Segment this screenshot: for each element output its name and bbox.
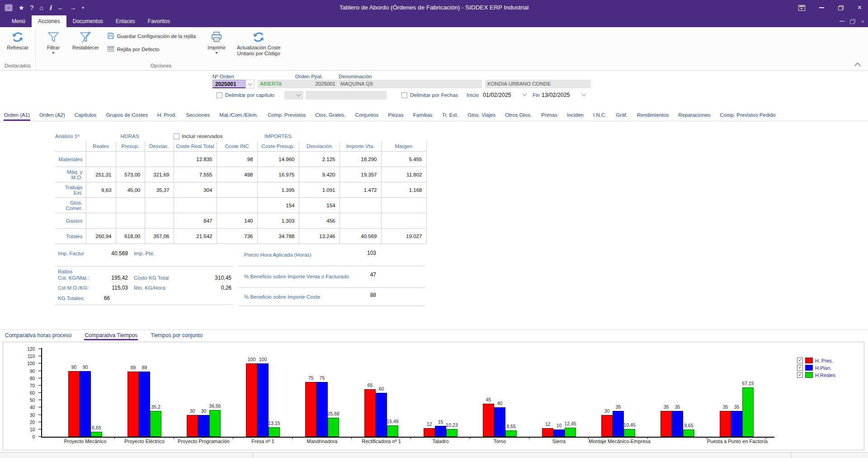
tabstrip-tab[interactable]: Comp. Previstos: [267, 110, 306, 121]
column-header: Coste INC: [217, 141, 257, 152]
tab-tiempos-por-conjunto[interactable]: Tiempos por conjunto: [150, 330, 203, 340]
incluir-reservados-checkbox[interactable]: [174, 134, 179, 139]
tabstrip-tab[interactable]: I.N.C.: [593, 110, 607, 121]
menu-tab-documentos[interactable]: Documentos: [66, 15, 109, 27]
bar-value-label: 100: [259, 357, 267, 362]
tabstrip-tab[interactable]: Familias: [413, 110, 433, 121]
category-label: Montaje Mecánico-Empresa: [589, 439, 648, 445]
tabstrip-tab[interactable]: Rendimientos: [637, 110, 669, 121]
menu-tab-menu[interactable]: Menú: [5, 15, 32, 27]
grid-icon: [107, 45, 114, 53]
tabstrip-tab[interactable]: Orden (A2): [39, 110, 66, 121]
bar-h-reales: [150, 411, 161, 437]
tabstrip-tab[interactable]: Grupos de Costes: [105, 110, 148, 121]
filtrar-button[interactable]: Filtrar: [38, 29, 69, 55]
horas-group-header: HORAS: [86, 131, 174, 141]
column-header: Coste Real Total: [174, 141, 217, 152]
order-form: Nº Orden 2025001 ABIERTA Orden Ppal. 202…: [0, 71, 868, 110]
chevron-down-icon: [52, 52, 55, 54]
bar-h-reales: [387, 425, 398, 437]
filtrar-label: Filtrar: [47, 45, 60, 51]
chevron-down-icon: [215, 52, 218, 54]
bar-h-plan: [316, 382, 328, 437]
imprimir-button[interactable]: Imprimir: [201, 29, 232, 55]
y-tick-label: 0: [23, 434, 35, 439]
tabstrip-tab[interactable]: Mat./Com./Elem.: [219, 110, 259, 121]
minimize-icon[interactable]: [819, 7, 824, 8]
tabstrip-tab[interactable]: Gtos. Viajes: [467, 110, 496, 121]
kg-totales-value: 66: [83, 295, 110, 301]
no-orden-input[interactable]: 2025001: [212, 80, 245, 88]
category-label: Sierra: [529, 439, 589, 445]
capitulo-field: [306, 91, 387, 100]
tabstrip-tab[interactable]: Reparaciones: [678, 110, 711, 121]
chevron-down-icon[interactable]: [582, 92, 586, 96]
refrescar-button[interactable]: Refrescar: [2, 29, 33, 52]
child-restore-icon[interactable]: [850, 19, 855, 24]
y-tick-label: 30: [23, 413, 35, 418]
rejilla-defecto-button[interactable]: Rejilla por Defecto: [107, 45, 196, 53]
column-header: Coste Presup.: [257, 141, 299, 152]
costo-kg-total-value: 310,45: [186, 275, 231, 281]
tabstrip-tab[interactable]: Otros Gtos.: [505, 110, 532, 121]
tab-comparativa-tiempos[interactable]: Comparativa Tiempos: [84, 330, 138, 340]
restore-icon[interactable]: [838, 5, 844, 10]
legend-item: ✓ H. Pres.: [797, 358, 835, 363]
y-tick-label: 100: [23, 361, 35, 366]
precio-hora-value: 103: [354, 250, 376, 256]
fin-label: Fin: [533, 92, 540, 98]
y-tick-label: 90: [23, 369, 35, 374]
legend-checkbox-checked-icon[interactable]: ✓: [797, 365, 803, 371]
actualizacion-coste-button[interactable]: Actualización Coste Unitario por Código: [233, 29, 284, 57]
delimitar-capitulo-checkbox[interactable]: [217, 92, 222, 98]
child-close-icon[interactable]: ×: [861, 18, 864, 25]
child-minimize-icon[interactable]: [840, 21, 844, 22]
bar-value-label: 12: [427, 421, 432, 427]
restablecer-button[interactable]: Restablecer: [69, 29, 102, 52]
legend-label: H.Reales: [815, 372, 835, 378]
menu-tab-enlaces[interactable]: Enlaces: [109, 15, 142, 27]
tabstrip-tab[interactable]: Piezas: [387, 110, 404, 121]
delimitar-fechas-checkbox[interactable]: [401, 92, 407, 98]
column-header: Presup.: [116, 141, 145, 152]
bar-value-label: 90: [71, 364, 77, 370]
bar-value-label: 67,15: [742, 381, 754, 386]
legend-checkbox-checked-icon[interactable]: ✓: [797, 358, 803, 363]
tabstrip-tab[interactable]: Ctos. Grales.: [315, 110, 346, 121]
inicio-date-input[interactable]: 01/02/2025: [483, 91, 511, 100]
close-icon[interactable]: ×: [858, 4, 862, 11]
guardar-configuracion-button[interactable]: Guardar Configuración de la rejilla: [107, 32, 196, 40]
tabstrip-tab[interactable]: Primas: [541, 110, 558, 121]
tabstrip-tab[interactable]: Inciden: [566, 110, 584, 121]
tabstrip-tab[interactable]: H. Prod.: [157, 110, 177, 121]
tab-comparativa-horas-proceso[interactable]: Comparativa horas proceso: [5, 330, 72, 340]
tab-orden-a1[interactable]: Orden (A1): [4, 110, 30, 121]
tabstrip-tab[interactable]: Gráf.: [615, 110, 628, 121]
legend-checkbox-checked-icon[interactable]: ✓: [797, 372, 803, 378]
bar-group: 35359,65: [648, 349, 707, 446]
no-orden-dropdown[interactable]: [246, 80, 255, 88]
row-label: Máq. y M.O.: [55, 167, 86, 182]
bar-h-plan: [257, 363, 269, 437]
bar-value-label: 35: [734, 404, 740, 410]
category-label: Proyecto Programación: [174, 439, 233, 445]
ribbon-options-icon[interactable]: [798, 5, 805, 11]
no-orden-label: Nº Orden: [212, 74, 234, 79]
bar-value-label: 15,49: [387, 419, 398, 424]
collapse-ribbon-icon[interactable]: [854, 62, 861, 69]
legend-swatch-h-reales: [805, 372, 813, 378]
capitulo-dropdown[interactable]: [284, 91, 303, 100]
menu-tab-acciones[interactable]: Acciones: [32, 15, 66, 27]
table-row: Máq. y M.O. 251,31573,00321,697.55549816…: [55, 167, 426, 182]
tabstrip-tab[interactable]: Comp. Previstos Pedido: [719, 110, 776, 121]
table-row: Trabajo Ext. 9,6345,0035,373041.3951.091…: [55, 182, 426, 198]
tabstrip-tab[interactable]: Secciones: [185, 110, 210, 121]
chevron-down-icon[interactable]: [523, 92, 527, 96]
tabstrip-tab[interactable]: Tr. Ext.: [442, 110, 459, 121]
tabstrip-tab[interactable]: Conjuntos: [354, 110, 379, 121]
fin-date-input[interactable]: 13/02/2025: [542, 91, 570, 100]
menu-tab-favoritos[interactable]: Favoritos: [142, 15, 176, 27]
bar-h-pres: [601, 415, 613, 437]
tabstrip-tab[interactable]: Capítulos: [74, 110, 97, 121]
bar-h-pres: [720, 411, 731, 437]
